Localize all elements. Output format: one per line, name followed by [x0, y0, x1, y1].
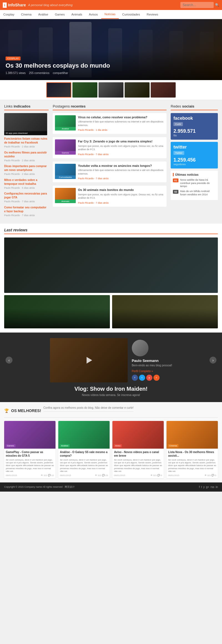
review-card-2[interactable]: SMARTPHONES Review iPhone 6 1.389.571 · …: [112, 295, 218, 328]
news-section: Últimas notícias 01 Nova satélite da Nas…: [171, 171, 218, 200]
best-card-title-4: Lista Nova - Os 30 melhores filmes assis…: [168, 450, 216, 458]
link-4[interactable]: Mitos e verdades sobre a tempoque você t…: [4, 178, 37, 185]
nav-reviews[interactable]: Reviews: [143, 10, 162, 19]
link-3[interactable]: Dicas importantes para comprar um novo s…: [4, 165, 47, 172]
thumb-1[interactable]: [46, 82, 71, 98]
nav-animals[interactable]: Animals: [68, 10, 85, 19]
link-author-5: Paulo Ricardo · 7 dias atrás: [4, 200, 49, 203]
facebook-label: fãs: [173, 134, 215, 137]
thumb-4[interactable]: [125, 82, 150, 98]
list-item: Os melhores filmes para assistir sozinho…: [4, 151, 49, 162]
facebook-name: facebook: [173, 116, 215, 121]
post-item: Análise Vírus no celular, como resolver …: [53, 113, 167, 134]
review-card-1[interactable]: SMARTPHONES Review Asus ZenFone 5 1.389.…: [4, 295, 110, 328]
link-2[interactable]: Os melhores filmes para assistir sozinho: [4, 151, 47, 158]
best-card-text-1: Se você começou, deve ir um hardcor por …: [6, 459, 54, 473]
best-header: OS MELHORES! Confira agora os melhores p…: [4, 406, 218, 418]
footer-youtube-icon[interactable]: y: [203, 485, 205, 489]
post-thumb-1[interactable]: Análise: [55, 115, 76, 131]
best-card-4: Cinema Lista Nova - Os 30 melhores filme…: [167, 421, 218, 478]
post-info-1: Vírus no celular, como resolver esse pro…: [78, 115, 164, 132]
best-card-meta-3: 06/01/2015 👁 321 💬 0: [114, 474, 162, 477]
best-card-thumb-2[interactable]: Análise: [58, 421, 110, 449]
logo[interactable]: i InfoShare: [3, 2, 26, 8]
hero-overlay: Cosplay Os 30 melhores cosplays do mundo…: [0, 51, 222, 80]
video-subtitle: Novos vídeos toda semana. Se inscreva ag…: [6, 393, 216, 397]
news-num-1: 01: [173, 178, 178, 182]
footer-rss-icon[interactable]: rss: [211, 485, 214, 489]
review-hero[interactable]: SMARTPHONES Review LG Nexus 5 1.389.571 …: [4, 237, 218, 293]
twitter-follow-btn[interactable]: Twitter: [173, 151, 184, 155]
nav-cinema[interactable]: Cinema: [18, 10, 35, 19]
video-content: Paulo Seemann Bem-vindo ao meu blog pess…: [50, 338, 172, 382]
video-next-btn[interactable]: ›: [210, 357, 216, 364]
search-icon[interactable]: [215, 3, 219, 7]
thumb-5[interactable]: [151, 82, 176, 98]
search-input[interactable]: [180, 2, 214, 8]
link-6[interactable]: Como formatar seu computador e fazer bac…: [4, 206, 46, 213]
facebook-like-btn[interactable]: Curtir: [173, 122, 183, 126]
post-cat-4: Animais: [55, 200, 76, 203]
twitter-name: twitter: [173, 145, 215, 150]
post-cat-1: Análise: [55, 127, 76, 131]
post-excerpt-4: Sempre que posso, eu ajudo vocês com alg…: [78, 193, 164, 200]
hero-meta: 1.389.571 views 255 comentários comparti…: [6, 71, 216, 75]
post-title-2[interactable]: Far Cry 3: Zerando o jogo de uma maneira…: [78, 140, 152, 143]
post-thumb-2[interactable]: Games: [55, 139, 76, 155]
trophy-icon: [4, 408, 9, 413]
post-title-1[interactable]: Vírus no celular, como resolver esse pro…: [78, 116, 147, 119]
best-card-thumb-4[interactable]: Cinema: [167, 421, 218, 449]
hero-comments: 255 comentários: [29, 71, 49, 75]
link-5[interactable]: Configurações necessárias para jogar GTA: [4, 192, 47, 199]
best-card-cat-1: Games: [6, 444, 16, 447]
post-title-3[interactable]: Youtube volta a mostrar os anúncios mais…: [78, 164, 152, 167]
nav-analise[interactable]: Análise: [35, 10, 52, 19]
nav-curiosidades[interactable]: Curiosidades: [119, 10, 143, 19]
post-thumb-4[interactable]: Animais: [55, 188, 76, 203]
video-thumbnail[interactable]: [50, 338, 128, 382]
links-thumb[interactable]: 30 app para download: [4, 113, 47, 135]
nav-noticias[interactable]: Notícias: [101, 10, 119, 19]
video-nav: ‹ Paulo Seemann Bem-vindo ao meu blog pe…: [6, 338, 216, 382]
twitter-label: seguidores: [173, 163, 215, 166]
best-card-date-3: 06/01/2015: [114, 474, 125, 477]
hero-views: 1.389.571 views: [6, 71, 26, 75]
footer-facebook-icon[interactable]: f: [199, 485, 200, 489]
footer-gplus-icon[interactable]: g+: [206, 485, 209, 489]
post-author-1: Paulo Ricardo · 1 dia atrás: [78, 129, 107, 131]
post-item: Games Far Cry 3: Zerando o jogo de uma m…: [53, 137, 167, 158]
best-title: OS MELHORES!: [11, 408, 41, 413]
nav-avisos[interactable]: Avisos: [85, 10, 101, 19]
author-twitter-btn[interactable]: t: [139, 375, 145, 381]
link-1[interactable]: Funcionários listam coisas ruins de trab…: [4, 137, 47, 144]
nav-games[interactable]: Games: [52, 10, 68, 19]
best-card-body-2: Análise - O Galaxy S5 vale mesmo a compr…: [58, 449, 110, 478]
best-card-thumb-1[interactable]: Games: [4, 421, 56, 449]
social-header: Redes sociais: [171, 104, 218, 110]
best-card-thumb-3[interactable]: Aviso: [112, 421, 164, 449]
best-card-body-1: GamePlay - Como passar as missões do GTA…: [4, 449, 56, 478]
nav-cosplay[interactable]: Cosplay: [0, 10, 18, 19]
social-column: Redes sociais facebook Curtir 2.959.571 …: [171, 104, 218, 219]
post-info-2: Far Cry 3: Zerando o jogo de uma maneira…: [78, 139, 164, 156]
best-card-3: Aviso Aviso - Novos vídeos para o canal …: [112, 421, 164, 478]
author-facebook-btn[interactable]: f: [132, 375, 138, 381]
thumb-3[interactable]: [99, 82, 123, 98]
footer-socials: f t y g+ rss in: [199, 485, 218, 489]
footer-linkedin-icon[interactable]: in: [216, 485, 218, 489]
best-section: OS MELHORES! Confira agora os melhores p…: [0, 402, 222, 482]
post-thumb-3[interactable]: Curiosidades: [55, 164, 76, 179]
post-info-3: Youtube volta a mostrar os anúncios mais…: [78, 164, 164, 180]
post-cat-2: Games: [55, 151, 76, 155]
best-card-stats-3: 👁 321 💬 0: [150, 474, 162, 477]
best-card-stats-4: 👁 321 💬 0: [205, 474, 216, 477]
best-card-text-2: Se você começou, deve ir um hardcor por …: [60, 459, 108, 473]
footer-twitter-icon[interactable]: t: [201, 485, 202, 489]
author-profile-link[interactable]: Perfil Completo »: [132, 370, 153, 373]
post-title-4[interactable]: Os 30 animais mais bonitos do mundo: [78, 188, 134, 191]
video-prev-btn[interactable]: ‹: [6, 357, 12, 364]
thumb-2[interactable]: [72, 82, 97, 98]
author-youtube-btn[interactable]: y: [146, 375, 152, 381]
author-rss-btn[interactable]: r: [153, 375, 160, 381]
main-content: Links indicados 30 app para download Fun…: [0, 100, 222, 224]
